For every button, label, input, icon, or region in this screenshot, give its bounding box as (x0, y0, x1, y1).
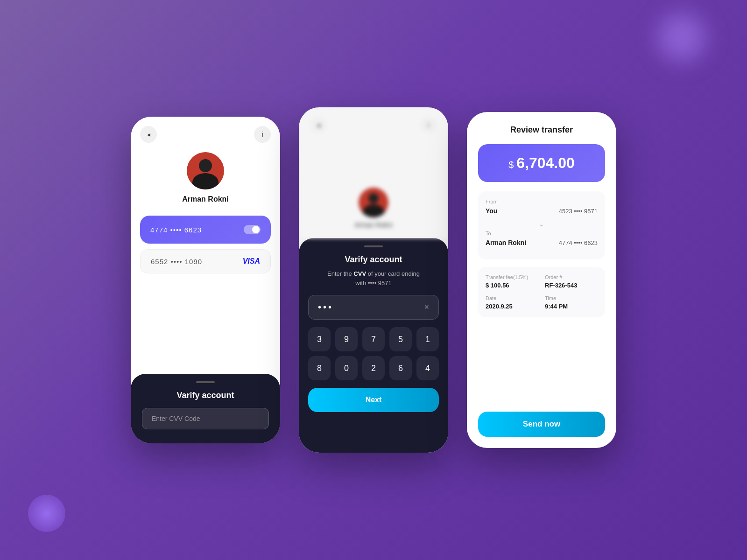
active-card-number: 4774 •••• 6623 (150, 226, 202, 234)
key-1[interactable]: 1 (416, 327, 439, 351)
cards-list: 4774 •••• 6623 6552 •••• 1090 VISA (131, 208, 280, 374)
key-0[interactable]: 0 (335, 356, 358, 380)
amount-display: $ 6,704.00 (488, 154, 595, 172)
phone-2: ◂ i Arman Rokni Varify account Enter the… (299, 107, 448, 453)
inactive-card[interactable]: 6552 •••• 1090 VISA (140, 249, 271, 273)
sheet-handle (196, 381, 215, 383)
send-now-button[interactable]: Send now (478, 412, 605, 437)
dark-sheet-handle (364, 245, 383, 247)
verify-sheet: Varify account Enter CVV Code (131, 374, 280, 443)
time-value: 9:44 PM (545, 303, 598, 310)
date-section: Date 2020.9.25 (486, 295, 538, 310)
active-card[interactable]: 4774 •••• 6623 (140, 216, 271, 244)
back-icon-2[interactable]: ◂ (310, 117, 327, 133)
key-8[interactable]: 8 (308, 356, 331, 380)
transfer-details-card: From You 4523 •••• 9571 ⌄ To Arman Rokni… (478, 191, 605, 259)
key-5[interactable]: 5 (389, 327, 412, 351)
order-section: Order # RF-326-543 (545, 274, 598, 289)
clear-button[interactable]: × (424, 302, 429, 312)
from-label: From (486, 199, 598, 204)
from-card: 4523 •••• 9571 (559, 208, 598, 215)
info-icon-2[interactable]: i (420, 117, 437, 133)
cvv-display-box: ••• × (308, 295, 439, 320)
to-name: Arman Rokni (486, 239, 526, 246)
inactive-card-number: 6552 •••• 1090 (151, 258, 202, 266)
fee-section: Transfer fee(1.5%) $ 100.56 (486, 274, 538, 289)
from-name: You (486, 207, 497, 215)
key-2[interactable]: 2 (362, 356, 385, 380)
info-icon[interactable]: i (254, 126, 271, 143)
key-9[interactable]: 9 (335, 327, 358, 351)
currency-symbol: $ (508, 160, 514, 170)
cvv-dots: ••• (318, 302, 333, 313)
extra-details-card: Transfer fee(1.5%) $ 100.56 Order # RF-3… (478, 267, 605, 317)
amount-card: $ 6,704.00 (478, 144, 605, 182)
visa-brand: VISA (243, 257, 260, 266)
numpad: 3 9 7 5 1 8 0 2 6 4 (308, 327, 439, 380)
user-name-blurred: Arman Rokni (355, 221, 393, 229)
date-label: Date (486, 295, 538, 301)
phone-1: ◂ i Arman Rokni 4774 •••• 6623 6552 ••••… (131, 117, 280, 443)
blurred-profile: ◂ i Arman Rokni (299, 107, 448, 238)
order-label: Order # (545, 274, 598, 280)
phone-1-header: ◂ i (131, 117, 280, 143)
date-value: 2020.9.25 (486, 303, 538, 310)
avatar (187, 152, 224, 189)
from-row: You 4523 •••• 9571 (486, 207, 598, 215)
to-card: 4774 •••• 6623 (559, 239, 598, 246)
amount-value: 6,704.00 (516, 154, 575, 172)
to-row: Arman Rokni 4774 •••• 6623 (486, 239, 598, 246)
to-section: To Arman Rokni 4774 •••• 6623 (486, 231, 598, 246)
verify-description: Enter the CVV of your card ending with •… (308, 269, 439, 287)
verify-title: Varify account (142, 391, 269, 400)
avatar-blurred (359, 188, 388, 217)
user-name: Arman Rokni (182, 195, 229, 203)
key-7[interactable]: 7 (362, 327, 385, 351)
fee-value: $ 100.56 (486, 282, 538, 289)
profile-section: Arman Rokni (131, 143, 280, 208)
key-3[interactable]: 3 (308, 327, 331, 351)
time-section: Time 9:44 PM (545, 295, 598, 310)
review-title: Review transfer (478, 125, 605, 135)
fee-label: Transfer fee(1.5%) (486, 274, 538, 280)
verify-dark-sheet: Varify account Enter the CVV of your car… (299, 238, 448, 453)
time-label: Time (545, 295, 598, 301)
key-6[interactable]: 6 (389, 356, 412, 380)
to-label: To (486, 231, 598, 236)
back-icon[interactable]: ◂ (140, 126, 157, 143)
card-toggle[interactable] (244, 225, 261, 234)
order-value: RF-326-543 (545, 282, 598, 289)
cvv-input[interactable]: Enter CVV Code (142, 408, 269, 429)
phone-2-header: ◂ i (299, 117, 448, 133)
verify-title-2: Varify account (308, 255, 439, 265)
phone-3: Review transfer $ 6,704.00 From You 4523… (467, 112, 616, 448)
transfer-arrow: ⌄ (486, 220, 598, 228)
next-button[interactable]: Next (308, 388, 439, 412)
key-4[interactable]: 4 (416, 356, 439, 380)
from-section: From You 4523 •••• 9571 (486, 199, 598, 215)
